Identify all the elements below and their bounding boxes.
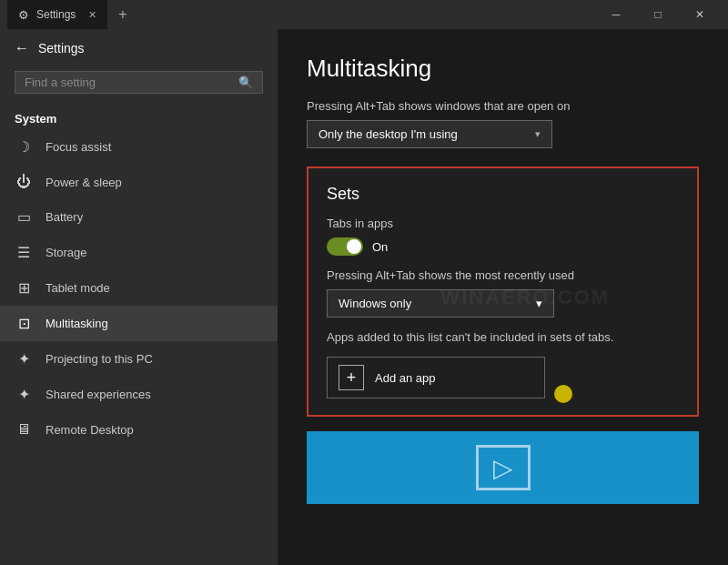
app-container: ← Settings 🔍 System ☽ Focus assist ⏻ Pow… (0, 29, 728, 565)
sets-box: Sets Tabs in apps On Pressing Alt+Tab sh… (307, 166, 699, 417)
sets-title: Sets (327, 185, 679, 204)
sidebar-item-power-sleep[interactable]: ⏻ Power & sleep (0, 165, 278, 199)
search-box[interactable]: 🔍 (15, 71, 263, 94)
new-tab-button[interactable]: + (111, 6, 134, 23)
sidebar-item-shared-experiences[interactable]: ✦ Shared experiences (0, 377, 278, 412)
sets-dropdown[interactable]: Windows only ▾ (327, 289, 554, 318)
sidebar-title: Settings (38, 41, 85, 55)
title-bar: ⚙ Settings ✕ + ─ □ ✕ (0, 0, 728, 29)
alt-tab-sets-label: Pressing Alt+Tab shows the most recently… (327, 268, 679, 282)
storage-icon: ☰ (15, 244, 33, 261)
close-button[interactable]: ✕ (679, 0, 721, 29)
main-content: WINAERO.COM Multitasking Pressing Alt+Ta… (278, 29, 728, 565)
tab-gear-icon: ⚙ (18, 8, 29, 22)
shared-experiences-label: Shared experiences (46, 388, 151, 401)
video-border-icon: ▷ (476, 445, 531, 490)
search-input[interactable] (25, 76, 231, 89)
tab-close-button[interactable]: ✕ (88, 9, 96, 21)
shared-experiences-icon: ✦ (15, 386, 33, 403)
page-title: Multitasking (307, 55, 699, 83)
tabs-in-apps-label: Tabs in apps (327, 217, 679, 230)
alt-tab-label: Pressing Alt+Tab shows windows that are … (307, 99, 699, 113)
back-button[interactable]: ← (15, 40, 29, 56)
sidebar-header: ← Settings (0, 29, 278, 67)
sets-dropdown-value: Windows only (339, 297, 411, 310)
sidebar-item-projecting[interactable]: ✦ Projecting to this PC (0, 341, 278, 377)
sidebar-item-storage[interactable]: ☰ Storage (0, 235, 278, 270)
alt-tab-dropdown-chevron: ▾ (535, 128, 541, 140)
add-app-button[interactable]: + Add an app (327, 357, 545, 399)
maximize-button[interactable]: □ (637, 0, 679, 29)
minimize-button[interactable]: ─ (595, 0, 637, 29)
sets-dropdown-chevron: ▾ (536, 297, 542, 310)
power-sleep-icon: ⏻ (15, 174, 33, 190)
remote-desktop-label: Remote Desktop (46, 423, 134, 437)
storage-label: Storage (46, 246, 87, 259)
system-section-label: System (0, 105, 278, 129)
tablet-mode-label: Tablet mode (46, 281, 110, 295)
sidebar: ← Settings 🔍 System ☽ Focus assist ⏻ Pow… (0, 29, 278, 565)
battery-icon: ▭ (15, 208, 33, 226)
sidebar-item-focus-assist[interactable]: ☽ Focus assist (0, 129, 278, 165)
sidebar-item-multitasking[interactable]: ⊡ Multitasking (0, 306, 278, 341)
settings-tab[interactable]: ⚙ Settings ✕ (7, 0, 107, 29)
video-preview: ▷ (307, 431, 699, 504)
projecting-label: Projecting to this PC (46, 352, 153, 366)
tabs-toggle[interactable] (327, 237, 363, 256)
multitasking-icon: ⊡ (15, 315, 33, 332)
apps-note: Apps added to this list can't be include… (327, 330, 679, 344)
add-icon: + (339, 365, 364, 390)
play-icon: ▷ (493, 453, 513, 483)
toggle-row: On (327, 237, 679, 256)
tab-label: Settings (36, 8, 76, 21)
sidebar-item-tablet-mode[interactable]: ⊞ Tablet mode (0, 270, 278, 306)
toggle-state-label: On (372, 240, 388, 254)
power-sleep-label: Power & sleep (46, 176, 122, 189)
alt-tab-dropdown[interactable]: Only the desktop I'm using ▾ (307, 120, 552, 148)
toggle-knob (347, 239, 361, 254)
alt-tab-dropdown-value: Only the desktop I'm using (318, 127, 458, 141)
sidebar-item-remote-desktop[interactable]: 🖥 Remote Desktop (0, 412, 278, 447)
search-icon: 🔍 (238, 76, 253, 89)
add-app-label: Add an app (375, 371, 436, 385)
remote-desktop-icon: 🖥 (15, 421, 33, 438)
tablet-mode-icon: ⊞ (15, 279, 33, 297)
projecting-icon: ✦ (15, 350, 33, 368)
cursor (554, 385, 572, 403)
window-controls: ─ □ ✕ (595, 0, 721, 29)
focus-assist-label: Focus assist (46, 140, 111, 154)
multitasking-label: Multitasking (46, 317, 108, 330)
sidebar-item-battery[interactable]: ▭ Battery (0, 199, 278, 235)
focus-assist-icon: ☽ (15, 138, 33, 156)
battery-label: Battery (46, 210, 83, 224)
